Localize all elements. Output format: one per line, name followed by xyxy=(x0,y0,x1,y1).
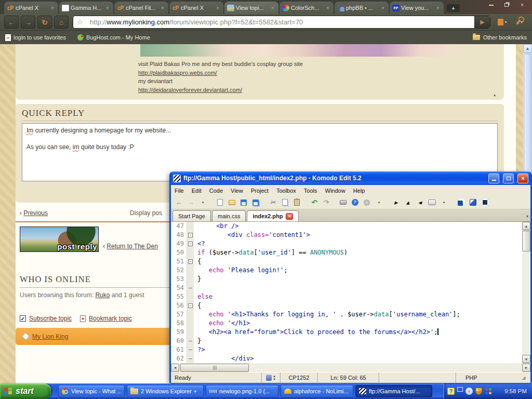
copy-button[interactable] xyxy=(280,197,290,208)
menu-caret-button[interactable]: ▾ xyxy=(197,197,208,208)
macro-button[interactable] xyxy=(362,197,372,208)
tab-close-icon[interactable]: × xyxy=(325,5,331,11)
breadcrumb-link[interactable]: My Lion King xyxy=(32,333,68,340)
user-link[interactable]: Ruko xyxy=(95,291,110,299)
komodo-3-button[interactable] xyxy=(480,197,490,208)
menu-toolbox[interactable]: Toolbox xyxy=(276,188,296,194)
menu-project[interactable]: Project xyxy=(251,188,269,194)
go-button[interactable]: ▶ xyxy=(474,16,490,29)
scroll-up-arrow-icon[interactable]: ▲ xyxy=(523,44,532,53)
window-tray-icon[interactable] xyxy=(457,387,463,392)
tab-close-icon[interactable]: × xyxy=(159,5,166,11)
tab-close-icon[interactable]: × xyxy=(435,5,441,11)
status-language[interactable]: PHP xyxy=(456,373,517,383)
taskbar-button[interactable]: ftp://Gamma Host/... xyxy=(355,385,432,397)
browser-tab[interactable]: ColorSch...× xyxy=(280,2,334,14)
fold-margin[interactable] xyxy=(187,284,194,292)
print-button[interactable] xyxy=(338,197,348,208)
new-file-button[interactable] xyxy=(215,197,225,208)
bookmark-icon[interactable]: ★ xyxy=(80,315,86,322)
bookmark-topic-link[interactable]: Bookmark topic xyxy=(89,315,132,322)
pane-left-button[interactable]: ▸ xyxy=(391,197,401,208)
url-text[interactable]: http://www.mylionking.com/forum/viewtopi… xyxy=(87,18,474,26)
reload-button[interactable]: ↻ xyxy=(37,16,52,29)
fold-margin[interactable] xyxy=(187,275,194,284)
wrench-menu-button[interactable]: ▾ xyxy=(512,16,528,29)
bookmark-item[interactable]: ologin to use favorites xyxy=(5,34,66,41)
browser-tab[interactable]: FPView you...× xyxy=(390,2,444,14)
fold-collapse-icon[interactable]: - xyxy=(188,303,193,308)
save-all-button[interactable] xyxy=(250,197,261,208)
pane-right-button[interactable]: ◂ xyxy=(415,197,425,208)
browser-tab[interactable]: Gamma H...× xyxy=(59,2,113,14)
tab-close-icon[interactable]: × xyxy=(286,213,293,220)
fold-margin[interactable] xyxy=(187,248,194,257)
save-button[interactable] xyxy=(238,197,249,208)
return-link-label[interactable]: Return to The Den xyxy=(107,243,158,250)
fold-margin[interactable] xyxy=(187,354,194,363)
bookmark-item[interactable]: BugHost.com - My Home xyxy=(77,34,150,41)
fold-margin[interactable]: - xyxy=(187,301,194,310)
subscribe-topic-link[interactable]: Subscribe topic xyxy=(29,315,72,322)
back-button[interactable]: ← xyxy=(4,16,19,29)
menu-file[interactable]: File xyxy=(175,188,184,194)
nav-back-button[interactable]: ← xyxy=(174,197,184,208)
page-menu-button[interactable]: ▾ xyxy=(495,16,510,29)
komodo-2-button[interactable] xyxy=(468,197,478,208)
post-link[interactable]: http://deidaraloverforever.deviantart.co… xyxy=(138,86,303,95)
tab-close-icon[interactable]: × xyxy=(104,5,111,11)
paste-button[interactable] xyxy=(291,197,302,208)
scroll-up-arrow-icon[interactable]: ▲ xyxy=(522,222,530,230)
status-encoding[interactable]: CP1252 xyxy=(280,373,317,383)
scrollbar-thumb[interactable] xyxy=(180,364,249,372)
media-tray-icon[interactable] xyxy=(485,388,492,395)
hide-icons-chevron-icon[interactable]: ‹ xyxy=(466,388,473,395)
editor-horizontal-scrollbar[interactable]: ◄ ► xyxy=(171,363,530,372)
fold-margin[interactable]: - xyxy=(187,240,194,248)
menu-code[interactable]: Code xyxy=(209,188,223,194)
scrollbar-thumb[interactable] xyxy=(524,54,531,176)
home-button[interactable]: ⌂ xyxy=(54,16,69,29)
scroll-down-arrow-icon[interactable]: ▼ xyxy=(522,355,530,363)
post-reply-button[interactable]: post reply xyxy=(20,227,99,252)
security-shield-icon[interactable] xyxy=(475,388,482,395)
post-link[interactable]: http://plaidbakaspro.webs.com/ xyxy=(138,69,303,77)
fold-margin[interactable] xyxy=(187,345,194,354)
browser-tab[interactable]: phpBB • ...× xyxy=(335,2,389,14)
help-button[interactable]: ? xyxy=(350,197,360,208)
komodo-1-button[interactable] xyxy=(456,197,466,208)
menu-edit[interactable]: Edit xyxy=(192,188,202,194)
fold-margin[interactable]: - xyxy=(187,257,194,266)
fold-margin[interactable] xyxy=(187,310,194,319)
tab-close-icon[interactable]: × xyxy=(270,5,276,11)
resize-grip[interactable]: ◢ xyxy=(517,373,530,383)
nav-forward-button[interactable]: → xyxy=(185,197,196,208)
menu-window[interactable]: Window xyxy=(325,188,345,194)
fold-margin[interactable] xyxy=(187,222,194,231)
menu-help[interactable]: Help xyxy=(353,188,365,194)
help-tray-icon[interactable]: ? xyxy=(447,388,455,395)
fold-margin[interactable]: - xyxy=(187,231,194,240)
tab-list-caret-icon[interactable]: ▾ xyxy=(526,214,528,219)
pane-top-button[interactable]: ▴ xyxy=(403,197,413,208)
previous-link-label[interactable]: Previous xyxy=(23,209,48,217)
scroll-left-arrow-icon[interactable]: ◄ xyxy=(171,364,179,372)
fold-collapse-icon[interactable]: - xyxy=(188,242,193,246)
bookmark-star-icon[interactable]: ☆ xyxy=(73,16,87,28)
menu-tools[interactable]: Tools xyxy=(304,188,317,194)
back-to-top-icon[interactable]: ▴ xyxy=(494,92,496,97)
preview-button[interactable] xyxy=(427,197,437,208)
new-tab-button[interactable]: + xyxy=(447,4,460,12)
browser-tab[interactable]: cPcPanel X× xyxy=(169,2,223,14)
sync-status-button[interactable]: ▲▼ xyxy=(261,373,280,383)
open-file-button[interactable] xyxy=(227,197,237,208)
tab-close-icon[interactable]: × xyxy=(380,5,386,11)
taskbar-button[interactable]: newlogo.png-1.0 (... xyxy=(206,385,278,397)
komodo-minimize-button[interactable] xyxy=(488,174,499,183)
editor-tab-start-page[interactable]: Start Page xyxy=(172,210,211,221)
komodo-maximize-button[interactable] xyxy=(503,174,514,183)
undo-button[interactable]: ↶ xyxy=(309,197,319,208)
menu-caret-button[interactable]: ▾ xyxy=(374,197,384,208)
return-link[interactable]: ‹ Return to The Den xyxy=(103,243,158,250)
code-editor[interactable]: 47 <br />48- <div class='content1'>49-<?… xyxy=(171,222,530,363)
